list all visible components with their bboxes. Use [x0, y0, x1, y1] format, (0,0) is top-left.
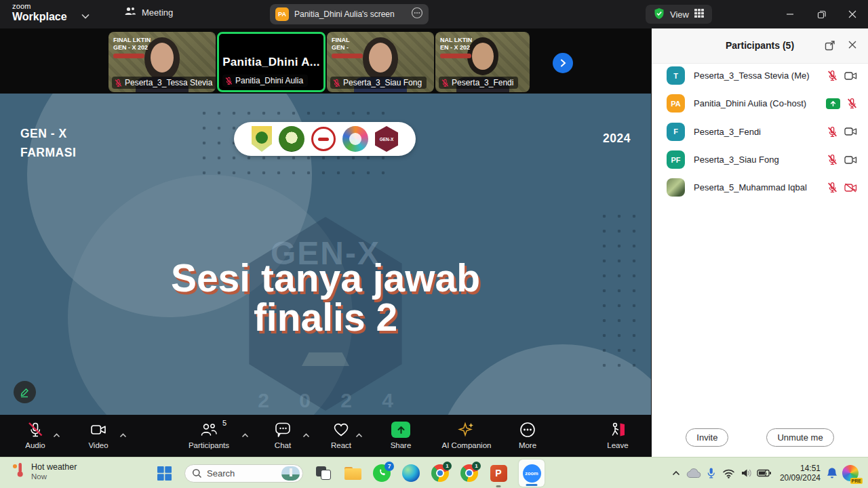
mic-muted-icon	[827, 154, 837, 165]
video-button[interactable]: Video	[78, 420, 119, 449]
next-videos-button[interactable]	[553, 53, 573, 73]
bg-ribbon	[440, 54, 471, 58]
powerpoint-icon: P	[490, 465, 507, 482]
ai-companion-button[interactable]: AI Companion	[436, 420, 497, 449]
participant-name: Peserta_5_Muhammad Iqbal	[694, 182, 827, 192]
onedrive-cloud-icon[interactable]	[685, 458, 703, 488]
react-options-caret[interactable]	[355, 428, 363, 441]
video-thumbnail-dhini-active[interactable]: Panitia_Dhini A... Panitia_Dhini Aulia	[217, 32, 326, 92]
camera-icon	[90, 420, 107, 439]
participant-name: Peserta_3_Fendi	[694, 127, 827, 137]
chat-label: Chat	[275, 441, 291, 449]
chevron-down-icon[interactable]	[81, 9, 90, 22]
participant-row[interactable]: PF Peserta_3_Siau Fong	[652, 146, 868, 174]
chrome-badge: 1	[472, 462, 481, 470]
maximize-button[interactable]	[806, 0, 837, 28]
more-label: More	[519, 441, 536, 449]
copilot-icon[interactable]: PRE	[842, 465, 859, 481]
popout-icon[interactable]	[825, 40, 835, 54]
chat-button[interactable]: Chat	[262, 420, 303, 449]
mic-muted-icon	[26, 420, 44, 439]
search-box[interactable]: Search	[184, 464, 303, 483]
chrome-button-1[interactable]: 1	[431, 464, 449, 482]
edge-button[interactable]	[402, 464, 420, 482]
zoom-app-icon: zoom	[523, 464, 541, 483]
chrome-button-2[interactable]: 1	[460, 464, 478, 482]
weather-title: Hot weather	[31, 462, 77, 472]
video-thumbnail-tessa[interactable]: FINAL LKTIN GEN - X 202 Peserta_3_Tessa …	[108, 32, 216, 92]
time: 14:51	[780, 464, 821, 473]
mic-muted-icon	[115, 79, 122, 87]
start-button[interactable]	[155, 464, 173, 482]
pencil-icon	[19, 386, 31, 398]
date: 20/09/2024	[780, 473, 821, 483]
audio-button[interactable]: Audio	[15, 420, 56, 449]
wifi-icon[interactable]	[720, 458, 738, 488]
participants-footer: Invite Unmute me	[652, 428, 868, 447]
view-button[interactable]: View	[646, 5, 712, 24]
ellipsis-circle-icon	[519, 420, 536, 439]
video-thumbnail-fendi[interactable]: NAL LKTIN EN - X 202 Peserta_3_Fendi	[435, 32, 530, 92]
zoom-meeting-window: zoom Workplace Meeting PA Panitia_Dhini …	[0, 0, 868, 488]
camera-on-icon	[844, 155, 857, 165]
avatar: PA	[667, 94, 685, 113]
close-button[interactable]	[837, 0, 868, 28]
people-icon: 5	[199, 420, 218, 439]
participants-options-caret[interactable]	[241, 428, 249, 441]
mic-muted-icon	[827, 70, 837, 81]
taskbar-clock[interactable]: 14:51 20/09/2024	[780, 464, 821, 483]
close-panel-icon[interactable]	[848, 40, 857, 52]
search-daily-image[interactable]	[281, 466, 300, 481]
participant-name: Peserta_3_Tessa Stevia (Me)	[694, 70, 827, 81]
volume-icon[interactable]	[738, 458, 755, 488]
battery-charging-icon[interactable]	[755, 458, 773, 488]
microphone-tray-icon[interactable]	[703, 458, 720, 488]
participants-button[interactable]: 5 Participants	[175, 420, 243, 449]
leave-button[interactable]: Leave	[594, 420, 642, 449]
tab-shared-screen[interactable]: PA Panitia_Dhini Aulia's screen	[270, 4, 429, 24]
unmute-me-button[interactable]: Unmute me	[766, 428, 833, 447]
shared-screen-slide: GEN-X 2 0 2 4 GEN - X FARMASI GEN-X 2024…	[0, 94, 651, 415]
participant-row[interactable]: Peserta_5_Muhammad Iqbal	[652, 174, 868, 201]
annotate-button[interactable]	[14, 381, 36, 403]
video-options-caret[interactable]	[119, 428, 127, 441]
audio-options-caret[interactable]	[53, 428, 60, 441]
participants-header: Participants (5)	[652, 28, 868, 64]
task-view-button[interactable]	[315, 464, 332, 482]
participants-title: Participants (5)	[652, 40, 868, 51]
invite-button[interactable]: Invite	[686, 428, 728, 447]
participant-row[interactable]: T Peserta_3_Tessa Stevia (Me)	[652, 62, 868, 89]
whatsapp-button[interactable]: 7	[373, 464, 391, 482]
chat-options-caret[interactable]	[302, 428, 310, 441]
powerpoint-button[interactable]: P	[490, 464, 507, 482]
tab-meeting[interactable]: Meeting	[124, 6, 173, 18]
shield-check-icon	[654, 7, 665, 22]
file-explorer-button[interactable]	[344, 464, 361, 482]
zoom-app-button[interactable]: zoom	[519, 464, 545, 482]
virtual-bg-caption: FINAL GEN -	[332, 37, 363, 58]
video-thumbnail-siaufong[interactable]: FINAL GEN - Peserta_3_Siau Fong	[327, 32, 434, 92]
notifications-bell-icon[interactable]	[825, 458, 840, 488]
video-name-label: Peserta_3_Siau Fong	[330, 77, 427, 89]
participants-count-badge: 5	[222, 419, 226, 427]
ellipsis-circle-icon[interactable]	[411, 7, 423, 22]
active-indicator	[526, 484, 538, 486]
minimize-button[interactable]	[774, 0, 806, 28]
participant-row[interactable]: F Peserta_3_Fendi	[652, 118, 868, 146]
share-button[interactable]: Share	[378, 420, 423, 449]
brand-workplace: Workplace	[12, 12, 67, 22]
province-shield-logo	[252, 126, 272, 152]
participant-row[interactable]: PA Panitia_Dhini Aulia (Co-host)	[652, 89, 868, 117]
audio-label: Audio	[25, 441, 45, 449]
weather-widget[interactable]: Hot weather Now	[12, 461, 77, 481]
more-button[interactable]: More	[507, 420, 548, 449]
search-icon	[192, 468, 202, 479]
virtual-bg-caption: NAL LKTIN EN - X 202	[440, 37, 472, 58]
video-name-label: Panitia_Dhini Aulia	[222, 75, 308, 87]
participants-list: T Peserta_3_Tessa Stevia (Me) PA Panitia…	[652, 62, 868, 201]
tab-meeting-label: Meeting	[142, 7, 173, 18]
window-controls	[774, 0, 868, 28]
meeting-toolbar: Audio Video 5 Participants	[0, 415, 651, 457]
hidden-icons-chevron[interactable]	[667, 458, 685, 488]
avatar: PA	[275, 7, 289, 21]
